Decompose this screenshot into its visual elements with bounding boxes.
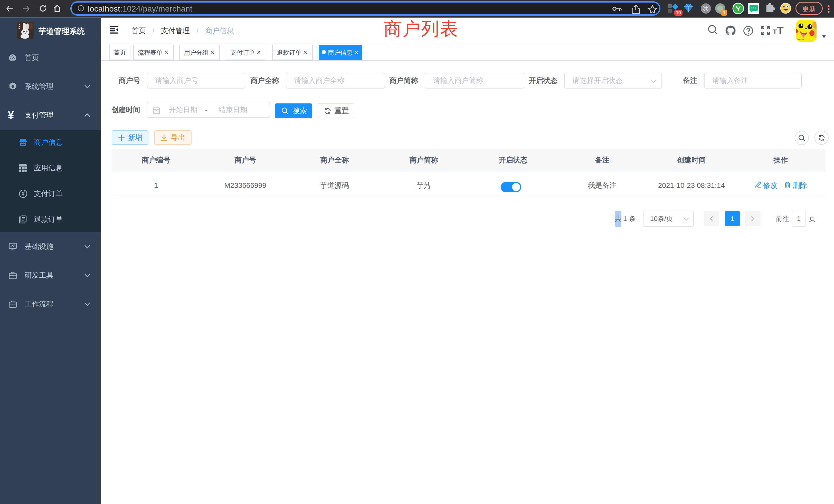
svg-text:⌘: ⌘ bbox=[703, 5, 709, 12]
